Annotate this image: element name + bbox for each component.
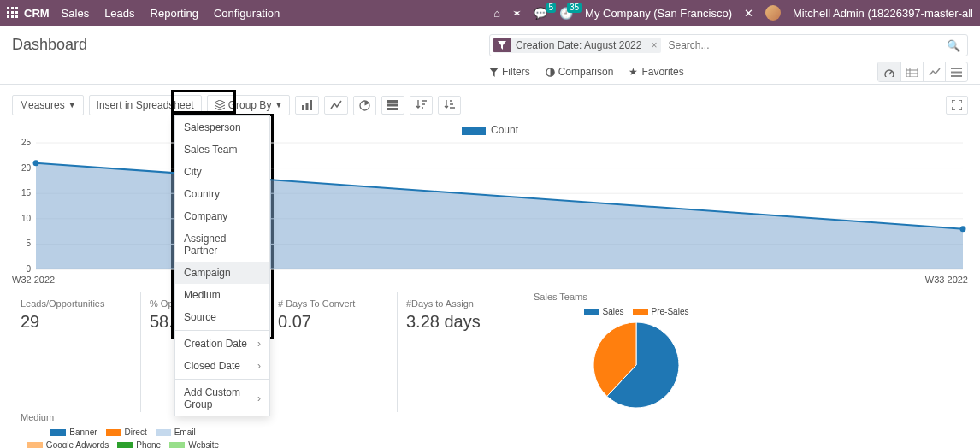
topbar-right: ⌂ ✶ 💬5 🕘35 My Company (San Francisco) ✕ … [493,5,973,21]
comparison-button[interactable]: Comparison [546,66,614,78]
topbar: CRM Sales Leads Reporting Configuration … [0,0,980,26]
view-dashboard-icon[interactable] [878,62,900,81]
groupby-option-salesperson[interactable]: Salesperson [175,116,269,139]
filters-button[interactable]: Filters [489,66,530,78]
toolbar: Measures▼ Insert in Spreadsheet Group By… [0,85,980,121]
groupby-option-country[interactable]: Country [175,183,269,205]
svg-rect-24 [387,108,398,110]
pie-chart-sales-teams [589,318,683,412]
legend-item: Website [169,440,219,448]
user-menu[interactable]: Mitchell Admin (18226397-master-all [793,7,973,20]
pie-chart-icon[interactable] [353,96,376,115]
svg-rect-20 [310,100,312,110]
menu-configuration[interactable]: Configuration [214,7,280,20]
menu-sales[interactable]: Sales [62,7,90,20]
kpi-label: Leads/Opportunities [21,298,132,309]
legend-item: Banner [50,427,97,437]
debug-icon[interactable]: ✕ [744,7,753,20]
groupby-option-campaign[interactable]: Campaign [175,262,269,284]
search-input[interactable] [666,38,943,52]
svg-text:20: 20 [21,163,32,173]
svg-rect-4 [11,11,14,14]
line-chart: 0510152025 [12,138,968,274]
groupby-option-creation-date[interactable]: Creation Date [175,333,269,355]
view-pivot-icon[interactable] [900,62,923,81]
chart-legend: Count [12,124,968,138]
header: Dashboard Creation Date: August 2022 × 🔍… [0,26,980,85]
panel-legend: BannerDirectEmailGoogle AdwordsPhoneWebs… [21,427,226,448]
svg-text:5: 5 [26,239,31,248]
svg-rect-3 [7,11,9,14]
svg-rect-19 [306,103,309,110]
x-label-end: W33 2022 [925,274,968,285]
search-icon[interactable]: 🔍 [943,39,964,52]
panel-title: Sales Teams [534,292,739,302]
favorites-button[interactable]: ★ Favorites [629,66,683,78]
kpi-label: #Days to Assign [406,298,517,309]
insert-spreadsheet-button[interactable]: Insert in Spreadsheet [89,95,202,115]
kpi-value: 29 [21,312,132,332]
svg-rect-5 [15,11,18,14]
bar-chart-icon[interactable] [295,96,319,115]
home-icon[interactable]: ⌂ [493,7,500,20]
svg-rect-23 [387,104,398,107]
expand-icon[interactable] [946,96,968,115]
search-facet: Creation Date: August 2022 × [493,38,661,53]
groupby-add-custom[interactable]: Add Custom Group [175,381,269,416]
view-list-icon[interactable] [945,62,967,81]
measures-button[interactable]: Measures▼ [12,95,84,115]
svg-text:15: 15 [21,188,32,197]
messages-badge: 5 [546,3,557,13]
top-menus: Sales Leads Reporting Configuration [62,7,280,20]
legend-item: Direct [106,427,147,437]
groupby-option-company[interactable]: Company [175,205,269,227]
menu-leads[interactable]: Leads [104,7,134,20]
groupby-option-sales-team[interactable]: Sales Team [175,139,269,161]
apps-icon[interactable] [7,7,19,19]
kpi-value: 0.07 [278,312,388,332]
kpi-row-1: Leads/Opportunities29 % Opp58. # Days To… [0,285,980,448]
svg-rect-18 [302,105,304,110]
view-switcher [877,62,968,82]
layers-icon [215,100,225,110]
legend-item: Sales [584,307,624,316]
svg-rect-0 [7,7,9,9]
facet-remove-icon[interactable]: × [646,39,661,51]
line-chart-icon[interactable] [324,96,348,115]
groupby-option-source[interactable]: Source [175,306,269,328]
groupby-option-medium[interactable]: Medium [175,284,269,306]
groupby-option-assigned-partner[interactable]: Assigned Partner [175,227,269,262]
activities-badge: 35 [567,3,582,13]
svg-rect-22 [387,100,398,103]
menu-reporting[interactable]: Reporting [151,7,198,20]
x-label-start: W32 2022 [12,274,55,285]
svg-point-44 [960,226,966,232]
activities-icon[interactable]: 🕘35 [559,7,573,20]
svg-text:10: 10 [21,214,32,223]
filter-icon [493,38,511,52]
legend-item: Phone [117,440,161,448]
search-row[interactable]: Creation Date: August 2022 × 🔍 [489,34,968,56]
svg-rect-7 [11,15,14,18]
company-switcher[interactable]: My Company (San Francisco) [585,7,732,20]
panel-legend: SalesPre-Sales [534,307,739,316]
svg-text:25: 25 [21,138,32,147]
sort-desc-icon[interactable] [410,96,433,115]
svg-rect-11 [906,68,918,77]
app-brand[interactable]: CRM [24,7,50,20]
groupby-option-city[interactable]: City [175,161,269,183]
chevron-down-icon: ▼ [275,101,282,109]
sort-asc-icon[interactable] [438,96,461,115]
svg-rect-2 [15,7,18,9]
groupby-button[interactable]: Group By▼ [207,95,291,115]
avatar[interactable] [765,5,781,21]
svg-point-43 [33,160,39,166]
chevron-down-icon: ▼ [68,101,76,109]
sparkle-icon[interactable]: ✶ [512,7,522,20]
svg-rect-1 [11,7,14,9]
groupby-option-closed-date[interactable]: Closed Date [175,355,269,377]
view-graph-icon[interactable] [923,62,945,81]
messages-icon[interactable]: 💬5 [534,7,547,20]
stacked-icon[interactable] [381,96,404,115]
chart-area: Count 0510152025 W32 2022 W33 2022 [0,121,980,285]
